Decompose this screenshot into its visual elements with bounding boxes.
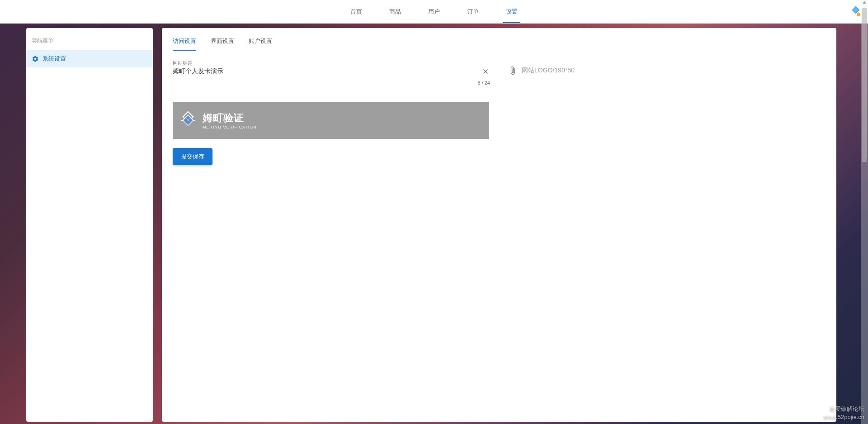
char-counter: 8 / 24 [173, 80, 490, 86]
sidebar: 导航菜单 系统设置 [26, 28, 153, 422]
nav-item-products[interactable]: 商品 [389, 0, 401, 23]
logo-main-text: 姆町验证 [203, 111, 257, 125]
watermark-line1: 吾爱破解论坛 [824, 405, 864, 413]
nav-item-orders[interactable]: 订单 [467, 0, 479, 23]
logo-text-container: 姆町验证 MOTING VERIFICATION [203, 111, 257, 129]
site-title-input[interactable] [173, 62, 490, 78]
sidebar-title: 导航菜单 [26, 33, 153, 50]
logo-preview-image: 姆町验证 MOTING VERIFICATION [173, 102, 489, 139]
scrollbar-thumb[interactable] [862, 8, 867, 162]
sidebar-item-label: 系统设置 [42, 55, 66, 63]
nav-items-container: 首页 商品 用户 订单 设置 [350, 0, 518, 23]
logo-sub-text: MOTING VERIFICATION [203, 125, 257, 129]
tab-interface-settings[interactable]: 界面设置 [211, 37, 234, 51]
submit-save-button[interactable]: 提交保存 [173, 148, 212, 165]
logo-upload-field[interactable]: 网站LOGO/190*50 [508, 62, 826, 78]
attachment-icon [508, 66, 517, 75]
watermark: 吾爱破解论坛 www.52pojie.cn [824, 405, 864, 421]
svg-rect-1 [853, 7, 859, 13]
gear-icon [32, 55, 39, 62]
form-area: 网站标题 8 / 24 [162, 51, 836, 176]
site-title-field: 网站标题 8 / 24 [173, 62, 490, 86]
logo-upload-placeholder: 网站LOGO/190*50 [522, 67, 826, 75]
form-row: 网站标题 8 / 24 [173, 62, 826, 86]
nav-item-home[interactable]: 首页 [350, 0, 362, 23]
nav-item-users[interactable]: 用户 [428, 0, 440, 23]
nav-item-settings[interactable]: 设置 [506, 0, 518, 23]
scrollbar-arrow-up-icon[interactable] [863, 1, 866, 4]
app-logo-icon[interactable] [850, 6, 861, 17]
content-wrapper: 导航菜单 系统设置 访问设置 界面设置 账户设置 网站标题 [0, 24, 868, 424]
site-title-label: 网站标题 [173, 60, 193, 67]
main-panel: 访问设置 界面设置 账户设置 网站标题 8 / 2 [162, 28, 836, 422]
tab-access-settings[interactable]: 访问设置 [173, 37, 196, 51]
clear-input-button[interactable] [481, 67, 490, 76]
tab-account-settings[interactable]: 账户设置 [249, 37, 272, 51]
svg-point-2 [857, 13, 860, 16]
logo-diamond-icon [179, 111, 197, 129]
logo-content: 姆町验证 MOTING VERIFICATION [179, 111, 257, 129]
watermark-line2: www.52pojie.cn [824, 413, 864, 421]
scrollbar-track[interactable] [861, 0, 868, 424]
sub-tabs: 访问设置 界面设置 账户设置 [162, 28, 836, 51]
sidebar-item-system-settings[interactable]: 系统设置 [26, 50, 153, 67]
top-navigation-bar: 首页 商品 用户 订单 设置 [0, 0, 868, 24]
